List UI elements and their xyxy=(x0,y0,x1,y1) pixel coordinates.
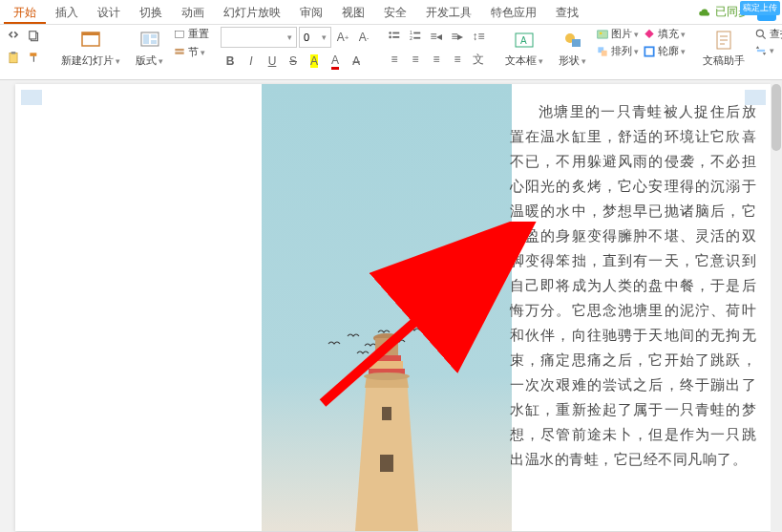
svg-point-26 xyxy=(600,32,602,33)
svg-rect-2 xyxy=(10,53,17,63)
new-slide-icon xyxy=(79,29,102,52)
svg-rect-9 xyxy=(151,40,157,44)
lighthouse-icon xyxy=(334,321,439,531)
slide[interactable]: 池塘里的一只青蛙被人捉住后放置在温水缸里，舒适的环境让它欣喜不已，不用躲避风雨的… xyxy=(15,84,771,531)
svg-point-41 xyxy=(364,372,410,380)
svg-rect-37 xyxy=(370,361,403,369)
vertical-scrollbar[interactable] xyxy=(771,80,782,532)
layout-icon xyxy=(138,29,161,52)
svg-rect-40 xyxy=(380,455,393,472)
svg-rect-39 xyxy=(382,407,391,420)
promo-label: 稿定上传 xyxy=(740,1,780,15)
svg-rect-18 xyxy=(413,32,420,34)
bold-button[interactable]: B xyxy=(221,52,240,71)
picture-button[interactable]: 图片▾ xyxy=(596,27,639,41)
paste-button[interactable] xyxy=(4,48,23,67)
svg-rect-25 xyxy=(598,30,608,37)
shape-icon xyxy=(561,29,584,52)
chevron-down-icon: ▾ xyxy=(116,56,120,66)
text-direction-button[interactable]: 文 xyxy=(469,50,488,69)
layout-button[interactable]: 版式▾ xyxy=(130,27,169,70)
strike-button[interactable]: S xyxy=(284,52,303,71)
svg-rect-29 xyxy=(645,47,653,55)
tab-animation[interactable]: 动画 xyxy=(172,0,214,24)
find-button[interactable]: 查找 xyxy=(754,27,782,41)
shrink-font-button[interactable]: A- xyxy=(354,28,373,47)
chevron-down-icon: ▾ xyxy=(159,56,163,66)
tab-special[interactable]: 特色应用 xyxy=(481,0,546,24)
grow-font-button[interactable]: A+ xyxy=(333,28,352,47)
align-left-button[interactable]: ≡ xyxy=(385,50,404,69)
svg-rect-32 xyxy=(757,50,765,52)
svg-rect-3 xyxy=(11,52,16,53)
tab-view[interactable]: 视图 xyxy=(332,0,374,24)
outline-button[interactable]: 轮廓▾ xyxy=(643,44,686,58)
indent-inc-button[interactable]: ≡▸ xyxy=(448,27,467,46)
tab-review[interactable]: 审阅 xyxy=(290,0,332,24)
svg-rect-36 xyxy=(372,355,401,361)
scrollbar-thumb[interactable] xyxy=(771,84,781,151)
tab-transition[interactable]: 切换 xyxy=(130,0,172,24)
font-size-combo[interactable]: 0▾ xyxy=(299,27,331,48)
shape-button[interactable]: 形状▾ xyxy=(553,27,592,70)
svg-text:A: A xyxy=(520,35,527,46)
slide-image[interactable] xyxy=(262,84,512,531)
tab-security[interactable]: 安全 xyxy=(374,0,416,24)
svg-text:2: 2 xyxy=(410,35,412,41)
section-button[interactable]: 节▾ xyxy=(173,45,209,59)
tab-start[interactable]: 开始 xyxy=(4,0,46,24)
svg-rect-8 xyxy=(151,34,157,38)
svg-rect-12 xyxy=(175,52,183,53)
underline-button[interactable]: U xyxy=(263,52,282,71)
cut-button[interactable] xyxy=(4,27,23,46)
tab-devtools[interactable]: 开发工具 xyxy=(416,0,481,24)
svg-rect-16 xyxy=(392,36,399,38)
svg-rect-24 xyxy=(572,39,581,47)
svg-rect-10 xyxy=(175,31,183,37)
arrange-button[interactable]: 排列▾ xyxy=(596,44,639,58)
numbering-button[interactable]: 12 xyxy=(406,27,425,46)
story-text[interactable]: 池塘里的一只青蛙被人捉住后放置在温水缸里，舒适的环境让它欣喜不已，不用躲避风雨的… xyxy=(510,99,756,472)
indent-dec-button[interactable]: ≡◂ xyxy=(427,27,446,46)
new-slide-button[interactable]: 新建幻灯片▾ xyxy=(55,27,126,70)
svg-rect-7 xyxy=(143,34,149,44)
reset-button[interactable]: 重置 xyxy=(173,27,209,41)
doc-helper-button[interactable]: 文稿助手 xyxy=(697,27,750,70)
replace-button[interactable]: ▾ xyxy=(754,44,782,57)
menu-tabs: 开始 插入 设计 切换 动画 幻灯片放映 审阅 视图 安全 开发工具 特色应用 … xyxy=(0,0,782,25)
italic-button[interactable]: I xyxy=(242,52,261,71)
svg-rect-11 xyxy=(175,48,183,50)
svg-rect-14 xyxy=(392,32,399,34)
svg-point-13 xyxy=(389,32,391,34)
tab-insert[interactable]: 插入 xyxy=(46,0,88,24)
svg-point-31 xyxy=(756,30,763,36)
svg-rect-1 xyxy=(30,32,36,39)
line-spacing-button[interactable]: ↕≡ xyxy=(469,27,488,46)
tab-find[interactable]: 查找 xyxy=(546,0,588,24)
helper-icon xyxy=(712,29,735,52)
copy-button[interactable] xyxy=(25,27,44,46)
textbox-icon: A xyxy=(513,29,536,52)
format-painter-button[interactable] xyxy=(25,48,44,67)
fill-button[interactable]: 填充▾ xyxy=(643,27,686,41)
align-right-button[interactable]: ≡ xyxy=(427,50,446,69)
textbox-button[interactable]: A 文本框▾ xyxy=(499,27,549,70)
font-color-button[interactable]: A xyxy=(326,52,345,71)
highlight-button[interactable]: A xyxy=(305,52,324,71)
svg-rect-28 xyxy=(602,50,607,55)
svg-rect-20 xyxy=(413,37,420,39)
cloud-sync-icon xyxy=(698,6,711,19)
tab-slideshow[interactable]: 幻灯片放映 xyxy=(214,0,290,24)
font-name-combo[interactable]: ▾ xyxy=(221,27,297,48)
slide-canvas[interactable]: 池塘里的一只青蛙被人捉住后放置在温水缸里，舒适的环境让它欣喜不已，不用躲避风雨的… xyxy=(0,80,782,532)
svg-rect-35 xyxy=(375,338,398,355)
svg-point-15 xyxy=(389,36,391,39)
clear-format-button[interactable]: A̶ xyxy=(347,52,366,71)
tab-design[interactable]: 设计 xyxy=(88,0,130,24)
svg-rect-5 xyxy=(82,32,99,35)
bullets-button[interactable] xyxy=(385,27,404,46)
align-center-button[interactable]: ≡ xyxy=(406,50,425,69)
placeholder-handle-tl[interactable] xyxy=(21,90,42,105)
ribbon: 新建幻灯片▾ 版式▾ 重置 节▾ ▾ 0▾ A+ A- B I U S A A … xyxy=(0,25,782,80)
align-justify-button[interactable]: ≡ xyxy=(448,50,467,69)
